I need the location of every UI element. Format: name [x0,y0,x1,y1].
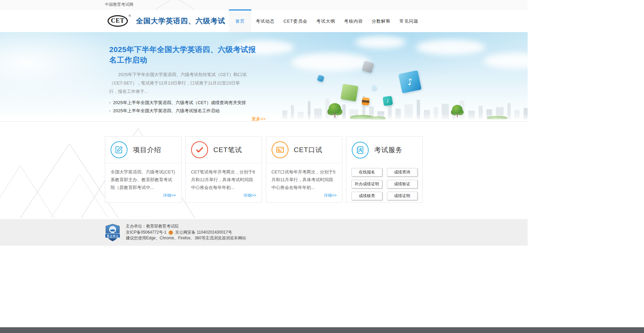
cloud-decoration [416,40,485,55]
building-silhouette [424,110,430,119]
police-filing-link[interactable]: 京公网安备 11040202430017号 [175,230,232,236]
building-silhouette [442,104,449,119]
triangle-watermark [154,0,198,9]
institution-badge-icon: 事业单位 [105,224,120,241]
nav-item-exam-syllabus[interactable]: 考试大纲 [312,9,340,32]
notebook-icon [352,142,369,159]
card-exam-services: 考试服务 在线报名 成绩查询 补办成绩证明 成绩验证 成绩核查 成绩证明 [346,136,423,203]
news-item[interactable]: 2025年上半年全国大学英语四、六级考试（CET）成绩查询有关安排 [109,99,266,107]
card-title: 项目介绍 [133,145,161,154]
cet-logo-text: CET [108,15,128,27]
building-silhouette [514,110,520,119]
site-title: 全国大学英语四、六级考试 [136,16,225,26]
building-silhouette [507,103,511,119]
card-title: 考试服务 [374,145,402,154]
card-project-intro: 项目介绍 全国大学英语四、六级考试(CET)系教育部主办、教育部教育考试院（原教… [105,136,182,203]
checkmark-icon [191,141,208,158]
nav-item-faq[interactable]: 常见问题 [395,9,423,32]
site-name: 中国教育考试网 [105,2,133,7]
card-body-text: 全国大学英语四、六级考试(CET)系教育部主办、教育部教育考试院（原教育部考试中… [105,163,181,191]
compose-icon [111,141,128,158]
footer: 事业单位 主办单位：教育部教育考试院 京ICP备05064772号-1 京公网安… [0,219,528,246]
hero-banner: ♪ ♪ 2025年下半年全国大学英语四、六级考试报名工作启动 2025年下半年全… [0,32,528,122]
building-silhouette [524,108,528,119]
topbar: 中国教育考试网 [0,0,528,9]
card-body-text: CET笔试每年开考两次，分别于6月和12月举行，具体考试时间我中心将会在每年年初… [186,163,262,191]
card-cet-written-test: CET笔试 CET笔试每年开考两次，分别于6月和12月举行，具体考试时间我中心将… [185,136,262,203]
service-score-certificate-replacement[interactable]: 补办成绩证明 [351,180,382,188]
cloud-decoration [484,53,528,69]
hero-excerpt: 2025年下半年全国大学英语四、六级考试包括笔试（CET）和口试（CET-SET… [109,70,247,96]
service-score-recheck[interactable]: 成绩核查 [351,192,382,200]
card-title: CET笔试 [213,145,242,154]
nav-item-assessment-content[interactable]: 考核内容 [340,9,367,32]
service-score-certificate[interactable]: 成绩证明 [387,192,417,200]
building-silhouette [468,111,475,119]
grass-decoration [487,116,507,119]
service-score-query[interactable]: 成绩查询 [387,168,417,176]
tree-decoration [452,105,463,117]
nav-item-cet-committee[interactable]: CET委员会 [279,9,312,32]
bottom-bar [0,327,644,333]
main-nav: 首页 考试动态 CET委员会 考试大纲 考核内容 分数解释 常见问题 [229,9,423,32]
id-card-icon [272,141,289,158]
registered-mark: ® [129,14,131,18]
footer-text: 主办单位：教育部教育考试院 京ICP备05064772号-1 京公网安备 110… [126,223,246,241]
cet-logo: CET ® [108,15,128,27]
service-buttons: 在线报名 成绩查询 补办成绩证明 成绩验证 成绩核查 成绩证明 [346,163,422,200]
svg-text:事业单位: 事业单位 [107,234,119,237]
page: 中国教育考试网 CET ® 全国大学英语四、六级考试 首页 考试动态 CET委员… [0,0,528,246]
card-cet-oral-test: CET口试 CET口试每年开考两次，分别于5月和11月举行，具体考试时间我中心将… [266,136,343,203]
header: CET ® 全国大学英语四、六级考试 首页 考试动态 CET委员会 考试大纲 考… [0,9,528,32]
hero-content: 2025年下半年全国大学英语四、六级考试报名工作启动 2025年下半年全国大学英… [109,32,266,122]
icp-filing-link[interactable]: 京ICP备05064772号-1 [126,230,166,236]
cards-section: 项目介绍 全国大学英语四、六级考试(CET)系教育部主办、教育部教育考试院（原教… [0,122,528,219]
news-item[interactable]: 2025年上半年全国大学英语四、六级考试报名工作启动 [109,107,266,115]
card-body-text: CET口试每年开考两次，分别于5月和11月举行，具体考试时间我中心将会在每年年初… [266,163,342,191]
police-badge-icon [168,230,173,235]
hero-headline[interactable]: 2025年下半年全国大学英语四、六级考试报名工作启动 [109,44,258,65]
more-link[interactable]: 更多>> [109,116,266,122]
service-score-verification[interactable]: 成绩验证 [387,180,417,188]
nav-item-exam-news[interactable]: 考试动态 [251,9,279,32]
building-silhouette [479,106,483,119]
organizer-line: 主办单位：教育部教育考试院 [126,223,179,230]
news-list: 2025年上半年全国大学英语四、六级考试（CET）成绩查询有关安排 2025年上… [109,99,266,115]
nav-item-home[interactable]: 首页 [229,9,251,32]
building-silhouette [434,107,438,119]
nav-item-score-interpretation[interactable]: 分数解释 [367,9,395,32]
detail-link[interactable]: 详细>> [163,193,176,198]
card-row: 项目介绍 全国大学英语四、六级考试(CET)系教育部主办、教育部教育考试院（原教… [105,136,423,203]
service-online-registration[interactable]: 在线报名 [351,168,382,176]
card-title: CET口试 [294,145,323,154]
detail-link[interactable]: 详细>> [243,193,256,198]
detail-link[interactable]: 详细>> [324,193,337,198]
browser-tip: 建议您使用Edge、Chrome、Firefox、360等主流浏览器浏览本网站 [126,235,246,241]
